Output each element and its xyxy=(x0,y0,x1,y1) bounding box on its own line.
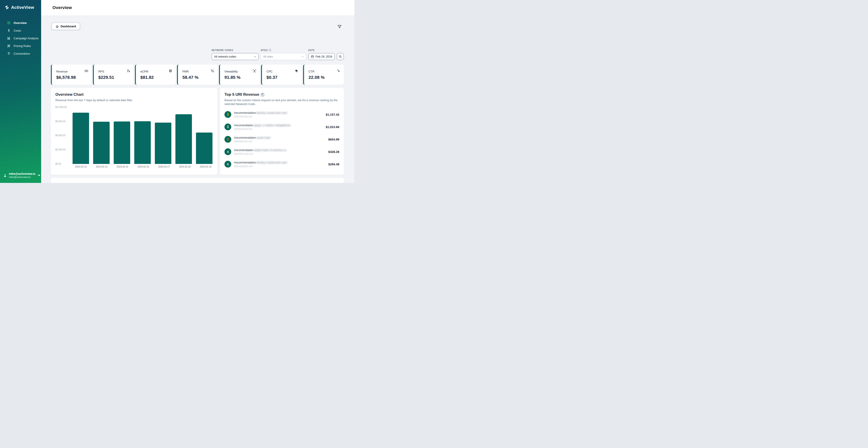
uri-revenue-value: $1,157.42 xyxy=(326,113,339,116)
chevron-down-icon xyxy=(254,56,256,58)
top5-title-text: Top 5 URI Revenue xyxy=(224,92,259,97)
uri-texts: /recommendation-avant loan/fasterharmony… xyxy=(234,136,326,142)
kpi-label: Revenue xyxy=(56,70,88,73)
sidebar-item-pricing-rules[interactable]: Pricing Rules xyxy=(0,42,41,50)
network-codes-value: All network codes xyxy=(214,55,236,58)
uri-texts: /recommendation-destiny mastercard cardt… xyxy=(234,161,326,167)
bar-2024-02-16[interactable] xyxy=(134,107,151,164)
bar-rect xyxy=(114,122,130,164)
date-value: Feb 19, 2024 xyxy=(315,55,332,58)
chevron-down-icon xyxy=(38,175,40,176)
sites-help-icon[interactable]: ? xyxy=(269,49,271,51)
uri-title-blurred: apoyo a madres trabajadoras xyxy=(254,124,291,127)
y-axis-tick: $0.00 xyxy=(55,163,69,165)
bar-2024-02-19[interactable] xyxy=(196,107,213,164)
uri-title: /recommendation-destiny mastercard card xyxy=(234,161,326,164)
gold-medal-icon xyxy=(224,111,231,118)
search-icon xyxy=(339,55,342,58)
sidebar-item-label: Costs xyxy=(13,29,21,32)
filters-bar: NETWORK CODES All network codes SITES ? xyxy=(212,49,344,60)
dashboard-tab-group: Dashboard xyxy=(51,22,81,31)
topbar: Overview xyxy=(41,0,354,15)
brand-name: ActiveView xyxy=(11,5,34,10)
uri-domain-blurred: fasterharmony.com xyxy=(234,140,326,142)
sidebar-item-label: Campaign Analysis xyxy=(13,37,39,40)
dashboard-tab[interactable]: Dashboard xyxy=(52,23,80,30)
kpi-label: RPS xyxy=(98,70,130,73)
search-button[interactable] xyxy=(337,53,344,60)
x-axis-label: 2024-02-17 xyxy=(156,166,172,168)
filter-funnel-icon[interactable] xyxy=(337,24,342,29)
kpi-value: $6,578.98 xyxy=(56,75,88,80)
kpi-label: eCPM xyxy=(141,70,173,73)
uri-title-visible: /recommendation- xyxy=(234,111,257,114)
top5-row-2[interactable]: /recomendador-apoyo a madres trabajadora… xyxy=(224,122,339,132)
rank-number-badge: 4 xyxy=(224,148,231,155)
top5-row-5[interactable]: 5/recommendation-destiny mastercard card… xyxy=(224,160,339,169)
sites-select[interactable]: All sites xyxy=(260,53,306,60)
sidebar-nav: OverviewCostsCampaign AnalysisPricing Ru… xyxy=(0,19,41,57)
kpi-label: CTR xyxy=(309,70,341,73)
sessions-title: Sessions xyxy=(55,182,339,183)
uri-title: /recommendation-avant loan/ xyxy=(234,136,326,139)
overview-chart-title: Overview Chart xyxy=(55,92,213,97)
kpi-value: 58.47 % xyxy=(182,75,215,80)
dashboard-tab-label: Dashboard xyxy=(61,25,76,28)
top5-row-4[interactable]: 4/recomendador-tarjeta bank of america c… xyxy=(224,147,339,157)
uri-title-blurred: destiny mastercard card xyxy=(257,161,287,164)
uri-domain-blurred: thenewsstacks.com xyxy=(234,165,326,167)
bar-2024-02-14[interactable] xyxy=(93,107,110,164)
y-axis-tick: $6,000.00 xyxy=(55,134,69,137)
plug-icon xyxy=(7,52,11,55)
bar-chart-plot: $12,000.00$9,000.00$6,000.00$3,000.00$0.… xyxy=(71,107,213,164)
network-codes-field: NETWORK CODES All network codes xyxy=(212,49,258,60)
sites-value: All sites xyxy=(263,55,273,58)
top5-row-1[interactable]: /recommendation-destiny mastercard cardf… xyxy=(224,110,339,119)
network-codes-select[interactable]: All network codes xyxy=(212,53,258,60)
kpi-label: CPC xyxy=(267,70,299,73)
uri-title: /recomendador-tarjeta bank of america cu xyxy=(234,148,326,152)
overview-chart-card: Overview Chart Revenue from the last 7 d… xyxy=(51,88,217,175)
top5-row-3[interactable]: /recommendation-avant loan/fasterharmony… xyxy=(224,135,339,144)
sidebar-item-campaign-analysis[interactable]: Campaign Analysis xyxy=(0,34,41,42)
sidebar-item-connections[interactable]: Connections xyxy=(0,50,41,57)
date-picker-button[interactable]: Feb 19, 2024 xyxy=(308,53,335,60)
uri-revenue-value: $1,023.66 xyxy=(326,125,339,129)
y-axis-tick: $3,000.00 xyxy=(55,148,69,151)
top5-uri-revenue-card: Top 5 URI Revenue ? Based on the custom … xyxy=(220,88,344,175)
bar-rect xyxy=(72,113,89,164)
bar-rect xyxy=(155,123,171,164)
bar-rect xyxy=(134,121,151,164)
app-root: ActiveView OverviewCostsCampaign Analysi… xyxy=(0,0,354,183)
bar-2024-02-17[interactable] xyxy=(155,107,171,164)
x-axis-label: 2024-02-16 xyxy=(135,166,151,168)
uri-title: /recomendador-apoyo a madres trabajadora… xyxy=(234,124,323,127)
uri-texts: /recommendation-destiny mastercard cardf… xyxy=(234,111,323,118)
kpi-card-rps: RPS$229.51 xyxy=(93,65,133,85)
kpi-row: Revenue$6,578.98RPS$229.51eCPM$81.82PMR5… xyxy=(51,65,344,85)
sidebar-item-costs[interactable]: Costs xyxy=(0,27,41,34)
user-menu[interactable]: mike@activeview.io mike@activeview.io xyxy=(0,169,41,183)
y-axis-tick: $9,000.00 xyxy=(55,120,69,123)
pointer-click-icon xyxy=(337,69,341,73)
content: Dashboard NETWORK CODES All network code… xyxy=(41,15,354,183)
x-axis-label: 2024-02-18 xyxy=(177,166,193,168)
kpi-card-revenue: Revenue$6,578.98 xyxy=(51,65,92,85)
rank-number-badge: 5 xyxy=(224,161,231,168)
bar-2024-02-15[interactable] xyxy=(114,107,130,164)
uri-domain-blurred: fasterharmony.com xyxy=(234,115,323,118)
kpi-value: $0.37 xyxy=(267,75,299,80)
user-icon xyxy=(3,174,7,177)
sidebar-item-overview[interactable]: Overview xyxy=(0,19,41,27)
uri-revenue-value: $604.99 xyxy=(328,138,339,141)
bar-2024-02-18[interactable] xyxy=(176,107,192,164)
bar-chart-bars xyxy=(72,107,213,164)
main-area: Overview Dashboard NETWORK CODES All xyxy=(41,0,354,183)
sessions-card: Sessions Analysis of website session met… xyxy=(51,178,344,183)
uri-title-visible: /recommendation- xyxy=(234,161,257,164)
help-icon[interactable]: ? xyxy=(261,93,264,96)
kpi-value: 91.85 % xyxy=(224,75,256,80)
bar-2024-02-13[interactable] xyxy=(72,107,89,164)
bar-chart-icon xyxy=(7,36,11,40)
kpi-value: $81.82 xyxy=(141,75,173,80)
